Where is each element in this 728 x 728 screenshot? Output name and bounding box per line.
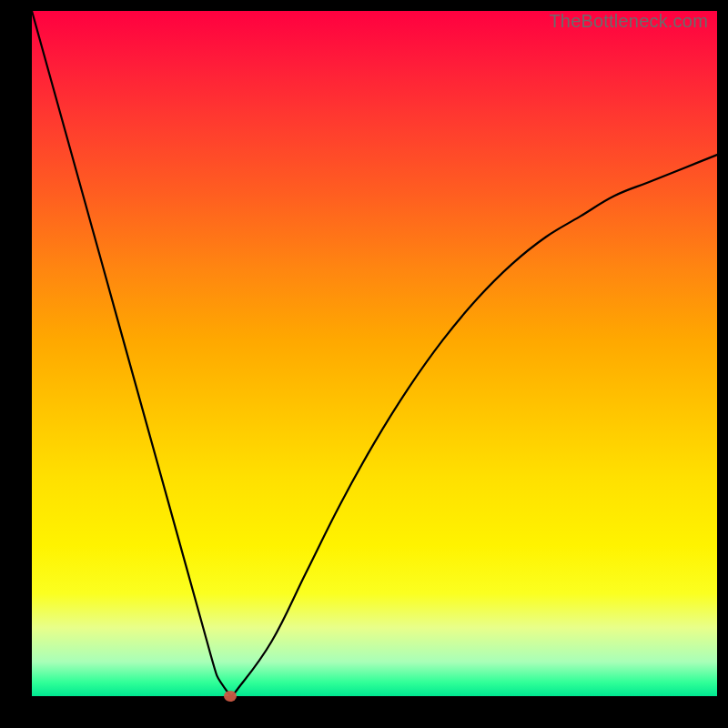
bottleneck-curve — [32, 11, 717, 696]
optimal-point-marker — [224, 691, 237, 702]
plot-area: TheBottleneck.com — [32, 11, 717, 696]
chart-frame: TheBottleneck.com — [0, 0, 728, 728]
